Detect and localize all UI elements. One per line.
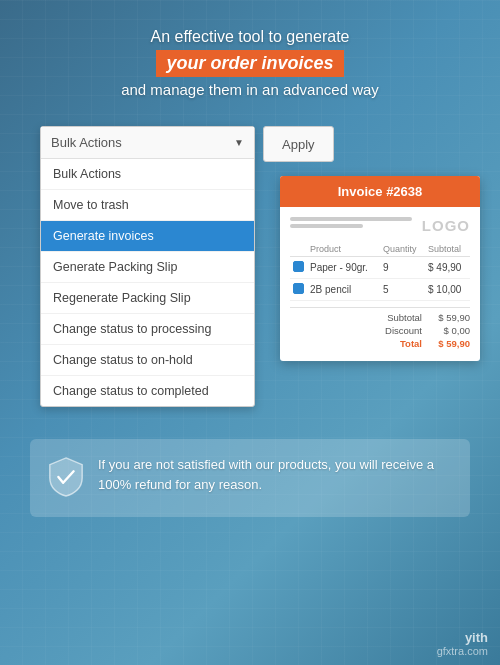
dropdown-item-regenerate-packing-slip[interactable]: Regenerate Packing Slip [41,283,254,314]
shield-icon-wrapper [48,457,84,501]
dropdown-item-bulk-actions[interactable]: Bulk Actions [41,159,254,190]
header-bottom-line: and manage them in an advanced way [121,81,379,98]
row-quantity: 9 [380,257,425,279]
col-subtotal: Subtotal [425,242,470,257]
grand-total-value: $ 59,90 [430,338,470,349]
dropdown-apply-row: Bulk Actions ▼ Bulk ActionsMove to trash… [40,126,334,407]
ui-container: Bulk Actions ▼ Bulk ActionsMove to trash… [40,126,460,407]
row-quantity: 5 [380,279,425,301]
content-wrapper: An effective tool to generate your order… [0,0,500,665]
apply-button[interactable]: Apply [263,126,334,162]
shield-icon [48,457,84,497]
gfxtra-label: gfxtra.com [437,645,488,657]
header-highlight: your order invoices [156,50,343,77]
dropdown-arrow-icon: ▼ [234,137,244,148]
guarantee-section: If you are not satisfied with our produc… [30,439,470,517]
header-section: An effective tool to generate your order… [121,0,379,108]
dropdown-selected-label: Bulk Actions [51,135,122,150]
row-subtotal: $ 49,90 [425,257,470,279]
header-top-line: An effective tool to generate [121,28,379,46]
dropdown-item-generate-invoices[interactable]: Generate invoices [41,221,254,252]
dropdown-item-change-status-on-hold[interactable]: Change status to on-hold [41,345,254,376]
dropdown-section: Bulk Actions ▼ Bulk ActionsMove to trash… [40,126,334,407]
discount-value: $ 0,00 [430,325,470,336]
dropdown-item-generate-packing-slip[interactable]: Generate Packing Slip [41,252,254,283]
dropdown-items-list: Bulk ActionsMove to trashGenerate invoic… [41,159,254,406]
invoice-logo-text: LOGO [412,217,470,234]
subtotal-label: Subtotal [387,312,422,323]
discount-label: Discount [385,325,422,336]
subtotal-value: $ 59,90 [430,312,470,323]
dropdown-item-move-to-trash[interactable]: Move to trash [41,190,254,221]
col-quantity: Quantity [380,242,425,257]
guarantee-text: If you are not satisfied with our produc… [98,455,452,494]
grand-total-label: Total [400,338,422,349]
row-subtotal: $ 10,00 [425,279,470,301]
dropdown-item-change-status-processing[interactable]: Change status to processing [41,314,254,345]
watermark: yith gfxtra.com [437,630,488,657]
yith-label: yith [437,630,488,645]
bulk-actions-dropdown[interactable]: Bulk Actions ▼ Bulk ActionsMove to trash… [40,126,255,407]
dropdown-item-change-status-completed[interactable]: Change status to completed [41,376,254,406]
dropdown-header[interactable]: Bulk Actions ▼ [41,127,254,159]
